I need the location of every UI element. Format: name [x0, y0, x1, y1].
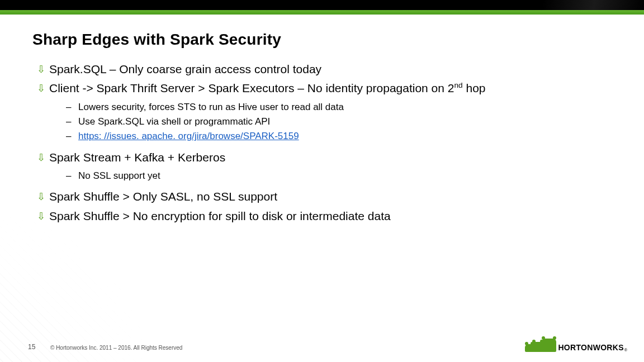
arrow-bullet-icon: ⇩	[32, 82, 49, 95]
arrow-bullet-icon: ⇩	[32, 63, 49, 76]
sub-bullet-item: – No SSL support yet	[66, 169, 622, 183]
sub-bullet-item: – Use Spark.SQL via shell or programmati…	[66, 115, 622, 129]
logo-text: HORTONWORKS	[558, 343, 623, 352]
bullet-text: Spark Shuffle > Only SASL, no SSL suppor…	[49, 189, 622, 204]
copyright-text: © Hortonworks Inc. 2011 – 2016. All Righ…	[50, 345, 182, 351]
registered-mark: ®	[624, 348, 627, 352]
slide-title: Sharp Edges with Spark Security	[32, 31, 281, 49]
bullet-item: ⇩ Spark.SQL – Only coarse grain access c…	[32, 61, 622, 77]
ordinal-suffix: nd	[454, 81, 462, 89]
bullet-text: Spark.SQL – Only coarse grain access con…	[49, 61, 622, 77]
jira-link[interactable]: https: //issues. apache. org/jira/browse…	[78, 131, 299, 141]
sub-bullet-item: – Lowers security, forces STS to run as …	[66, 100, 622, 115]
dash-icon: –	[66, 100, 78, 115]
sub-bullet-text: Lowers security, forces STS to run as Hi…	[78, 100, 622, 115]
bullet-item: ⇩ Spark Shuffle > No encryption for spil…	[32, 208, 622, 224]
sub-bullet-text: No SSL support yet	[78, 169, 622, 183]
sub-bullet-item: – https: //issues. apache. org/jira/brow…	[66, 129, 622, 144]
bullet-item: ⇩ Spark Shuffle > Only SASL, no SSL supp…	[32, 189, 622, 204]
elephant-icon	[525, 339, 555, 352]
slide-content: ⇩ Spark.SQL – Only coarse grain access c…	[32, 61, 622, 227]
arrow-bullet-icon: ⇩	[32, 209, 49, 223]
bullet-item: ⇩ Client -> Spark Thrift Server > Spark …	[32, 80, 622, 96]
slide-footer: 15 © Hortonworks Inc. 2011 – 2016. All R…	[0, 334, 644, 351]
bullet-text: Client -> Spark Thrift Server > Spark Ex…	[49, 80, 622, 96]
dash-icon: –	[66, 169, 78, 183]
sub-bullet-text: Use Spark.SQL via shell or programmatic …	[78, 115, 622, 129]
sub-bullet-link: https: //issues. apache. org/jira/browse…	[78, 129, 622, 144]
hortonworks-logo: HORTONWORKS®	[525, 339, 627, 352]
bullet-text: Spark Shuffle > No encryption for spill …	[49, 208, 622, 224]
sub-bullet-list: – Lowers security, forces STS to run as …	[66, 100, 622, 144]
dash-icon: –	[66, 129, 78, 144]
bullet-text-post: hop	[463, 82, 486, 94]
bullet-text: Spark Stream + Kafka + Kerberos	[49, 150, 622, 165]
bullet-text-pre: Client -> Spark Thrift Server > Spark Ex…	[49, 82, 454, 94]
header-gloss	[543, 0, 644, 15]
header-bar	[0, 0, 644, 15]
page-number: 15	[28, 343, 35, 351]
bullet-item: ⇩ Spark Stream + Kafka + Kerberos	[32, 150, 622, 165]
arrow-bullet-icon: ⇩	[32, 151, 49, 164]
sub-bullet-list: – No SSL support yet	[66, 169, 622, 183]
arrow-bullet-icon: ⇩	[32, 190, 49, 203]
dash-icon: –	[66, 115, 78, 129]
